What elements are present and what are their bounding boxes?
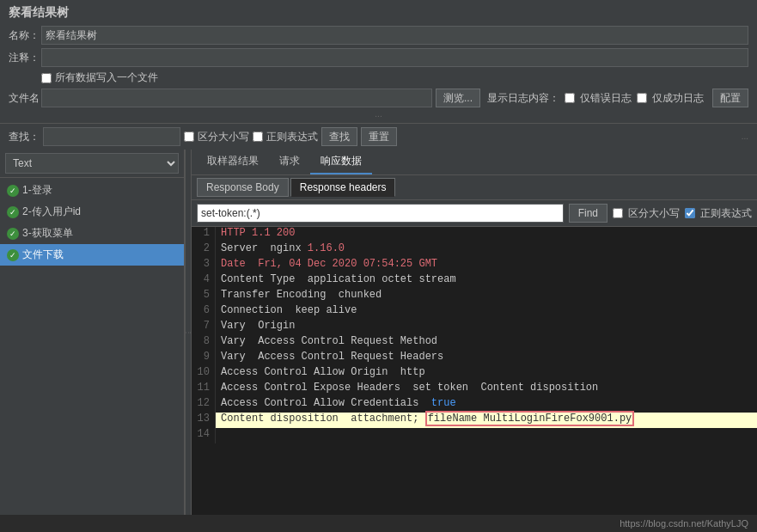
line-content: Access Control Expose Headers set token … [221, 382, 757, 397]
search-input[interactable] [43, 127, 180, 146]
watermark-text: https://blog.csdn.net/KathyLJQ [620, 518, 748, 529]
configure-button[interactable]: 配置 [712, 89, 748, 107]
code-area[interactable]: 1HTTP 1.1 2002Server nginx 1.16.03Date F… [192, 227, 757, 515]
check-icon: ✓ [7, 249, 19, 261]
tab-response-data[interactable]: 响应数据 [310, 150, 372, 174]
code-line: 2Server nginx 1.16.0 [192, 242, 757, 258]
line-number: 3 [192, 258, 216, 273]
code-line: 7Vary Origin [192, 320, 757, 335]
check-icon: ✓ [7, 228, 19, 240]
display-log-label: 显示日志内容： [487, 91, 559, 106]
code-line: 13Content disposition attachment; fileNa… [192, 413, 757, 428]
line-number: 4 [192, 273, 216, 289]
code-line: 3Date Fri, 04 Dec 2020 07:54:25 GMT [192, 258, 757, 273]
search-label: 查找： [9, 130, 40, 144]
tree-item[interactable]: ✓3-获取菜单 [0, 223, 184, 244]
divider-dots-1: ... [9, 111, 748, 118]
top-tabs: 取样器结果 请求 响应数据 [192, 150, 757, 175]
divider-dots-2: ... [742, 133, 748, 140]
tab-sampler-result[interactable]: 取样器结果 [197, 150, 269, 174]
line-content [221, 428, 757, 443]
line-number: 13 [192, 413, 216, 428]
reset-button[interactable]: 重置 [361, 127, 397, 146]
response-area: Response Body Response headers Find 区分大小… [192, 175, 757, 515]
success-log-checkbox[interactable] [637, 93, 647, 103]
code-line: 10Access Control Allow Origin http [192, 366, 757, 382]
regex-label: 正则表达式 [266, 130, 318, 144]
line-content: Access Control Allow Origin http [221, 366, 757, 382]
resp-tab-body[interactable]: Response Body [197, 178, 289, 197]
line-number: 12 [192, 397, 216, 413]
code-line: 6Connection keep alive [192, 304, 757, 320]
resp-tab-headers[interactable]: Response headers [290, 178, 396, 197]
code-line: 4Content Type application octet stream [192, 273, 757, 289]
file-input[interactable] [41, 89, 432, 107]
code-line: 11Access Control Expose Headers set toke… [192, 382, 757, 397]
line-content: Server nginx 1.16.0 [221, 242, 757, 258]
code-line: 9Vary Access Control Request Headers [192, 351, 757, 366]
resp-search-input[interactable] [197, 204, 564, 223]
body-section: Text ✓1-登录✓2-传入用户id✓3-获取菜单✓文件下载 ⋮ 取样器结果 … [0, 150, 757, 515]
resp-find-button[interactable]: Find [569, 204, 607, 223]
tree-item[interactable]: ✓1-登录 [0, 180, 184, 201]
tree-item[interactable]: ✓文件下载 [0, 244, 184, 266]
code-line: 8Vary Access Control Request Method [192, 335, 757, 351]
browse-button[interactable]: 测览... [436, 89, 480, 107]
left-panel: Text ✓1-登录✓2-传入用户id✓3-获取菜单✓文件下载 [0, 150, 185, 515]
line-content: Vary Access Control Request Headers [221, 351, 757, 366]
code-line: 5Transfer Encoding chunked [192, 289, 757, 304]
resp-search-row: Find 区分大小写 正则表达式 [192, 200, 757, 227]
line-number: 6 [192, 304, 216, 320]
resp-regex-checkbox[interactable] [685, 208, 695, 218]
code-line: 14 [192, 428, 757, 443]
display-log-section: 显示日志内容： 仅错误日志 仅成功日志 配置 [480, 89, 748, 107]
resp-regex-label: 正则表达式 [700, 206, 752, 221]
resp-case-checkbox[interactable] [613, 208, 623, 218]
file-label: 文件名 [9, 91, 41, 106]
tree-item-label: 3-获取菜单 [22, 226, 73, 241]
line-content: Vary Access Control Request Method [221, 335, 757, 351]
check-icon: ✓ [7, 206, 19, 218]
line-number: 1 [192, 227, 216, 242]
regex-checkbox[interactable] [253, 131, 263, 142]
tree-item-label: 文件下载 [22, 248, 64, 262]
line-number: 8 [192, 335, 216, 351]
name-input[interactable] [41, 26, 748, 45]
line-content: Connection keep alive [221, 304, 757, 320]
case-sensitive-checkbox[interactable] [184, 131, 194, 142]
tree-items: ✓1-登录✓2-传入用户id✓3-获取菜单✓文件下载 [0, 178, 184, 515]
line-number: 10 [192, 366, 216, 382]
tree-item-label: 2-传入用户id [22, 205, 81, 219]
tab-request[interactable]: 请求 [269, 150, 310, 174]
header-section: 察看结果树 名称： 注释： 所有数据写入一个文件 文件名 测览... 显示日志内… [0, 0, 757, 124]
resp-case-label: 区分大小写 [628, 206, 680, 221]
line-content: Content disposition attachment; fileName… [221, 413, 757, 428]
code-line: 1HTTP 1.1 200 [192, 227, 757, 242]
dropdown-row: Text [0, 150, 184, 178]
all-data-checkbox[interactable] [41, 73, 52, 83]
comment-input[interactable] [41, 48, 748, 67]
tree-item[interactable]: ✓2-传入用户id [0, 201, 184, 223]
line-content: Date Fri, 04 Dec 2020 07:54:25 GMT [221, 258, 757, 273]
line-number: 11 [192, 382, 216, 397]
right-panel: 取样器结果 请求 响应数据 Response Body Response hea… [192, 150, 757, 515]
view-type-select[interactable]: Text [5, 153, 179, 174]
all-data-label: 所有数据写入一个文件 [55, 70, 158, 85]
find-button[interactable]: 查找 [321, 127, 357, 146]
line-number: 2 [192, 242, 216, 258]
check-icon: ✓ [7, 185, 19, 197]
error-log-label: 仅错误日志 [580, 91, 632, 106]
main-container: 察看结果树 名称： 注释： 所有数据写入一个文件 文件名 测览... 显示日志内… [0, 0, 757, 532]
error-log-checkbox[interactable] [565, 93, 575, 103]
page-title: 察看结果树 [9, 5, 69, 21]
response-tabs-row: Response Body Response headers [192, 175, 757, 200]
line-content: Vary Origin [221, 320, 757, 335]
case-sensitive-label: 区分大小写 [198, 130, 249, 144]
line-content: HTTP 1.1 200 [221, 227, 757, 242]
line-number: 7 [192, 320, 216, 335]
line-number: 5 [192, 289, 216, 304]
line-content: Transfer Encoding chunked [221, 289, 757, 304]
success-log-label: 仅成功日志 [652, 91, 704, 106]
splitter[interactable]: ⋮ [185, 150, 192, 515]
footer-watermark: https://blog.csdn.net/KathyLJQ [0, 515, 757, 532]
